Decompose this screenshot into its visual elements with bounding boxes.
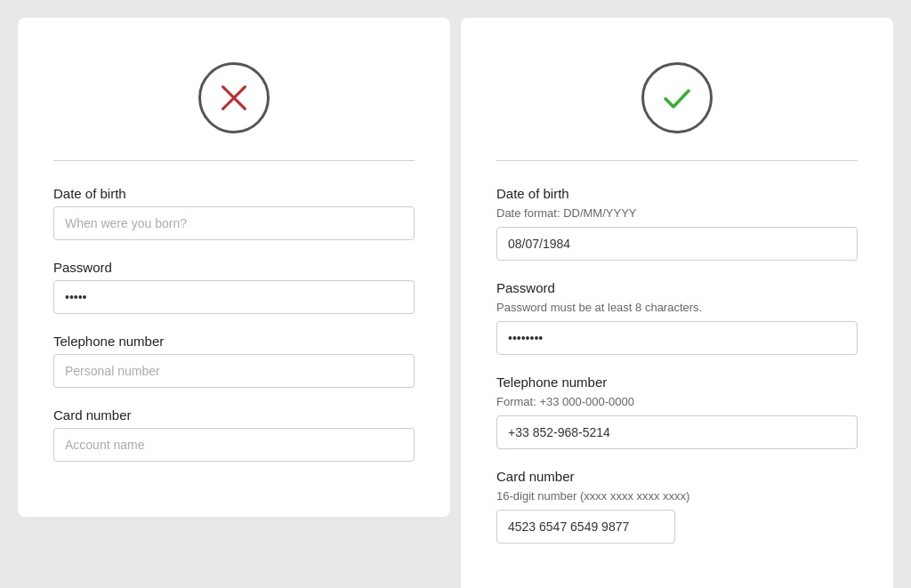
dob-right-group: Date of birth Date format: DD/MM/YYYY <box>496 186 858 261</box>
password-left-label: Password <box>53 260 415 275</box>
card-left-group: Card number <box>53 407 415 462</box>
left-divider <box>53 160 415 161</box>
telephone-left-group: Telephone number <box>53 334 415 388</box>
card-right-group: Card number 16-digit number (xxxx xxxx x… <box>496 469 858 544</box>
card-right-label: Card number <box>496 469 858 484</box>
left-panel: Date of birth Password Telephone number … <box>18 18 450 517</box>
password-right-group: Password Password must be at least 8 cha… <box>496 280 858 355</box>
card-right-hint: 16-digit number (xxxx xxxx xxxx xxxx) <box>496 489 858 503</box>
telephone-right-label: Telephone number <box>496 375 858 390</box>
good-example-icon-area <box>496 44 858 160</box>
card-left-input[interactable] <box>53 428 415 462</box>
dob-right-hint: Date format: DD/MM/YYYY <box>496 206 858 220</box>
right-panel: Date of birth Date format: DD/MM/YYYY Pa… <box>461 18 893 588</box>
checkmark-svg <box>658 79 696 117</box>
password-right-input[interactable] <box>496 321 858 355</box>
card-right-input[interactable] <box>496 510 675 544</box>
password-right-hint: Password must be at least 8 characters. <box>496 301 858 314</box>
right-divider <box>496 160 858 161</box>
x-circle-icon <box>198 62 270 133</box>
telephone-right-hint: Format: +33 000-000-0000 <box>496 395 858 408</box>
check-circle-icon <box>641 62 713 133</box>
telephone-right-group: Telephone number Format: +33 000-000-000… <box>496 375 858 449</box>
telephone-left-input[interactable] <box>53 354 415 388</box>
telephone-left-label: Telephone number <box>53 334 415 349</box>
dob-left-label: Date of birth <box>53 186 415 201</box>
bad-example-icon-area <box>53 44 415 160</box>
dob-left-input[interactable] <box>53 206 415 240</box>
page-container: Date of birth Password Telephone number … <box>18 18 893 588</box>
card-left-label: Card number <box>53 407 415 423</box>
password-left-input[interactable] <box>53 280 415 314</box>
telephone-right-input[interactable] <box>496 415 858 449</box>
password-left-group: Password <box>53 260 415 314</box>
password-right-label: Password <box>496 280 858 295</box>
dob-right-label: Date of birth <box>496 186 858 201</box>
x-mark <box>218 82 250 114</box>
dob-right-input[interactable] <box>496 227 858 261</box>
dob-left-group: Date of birth <box>53 186 415 240</box>
